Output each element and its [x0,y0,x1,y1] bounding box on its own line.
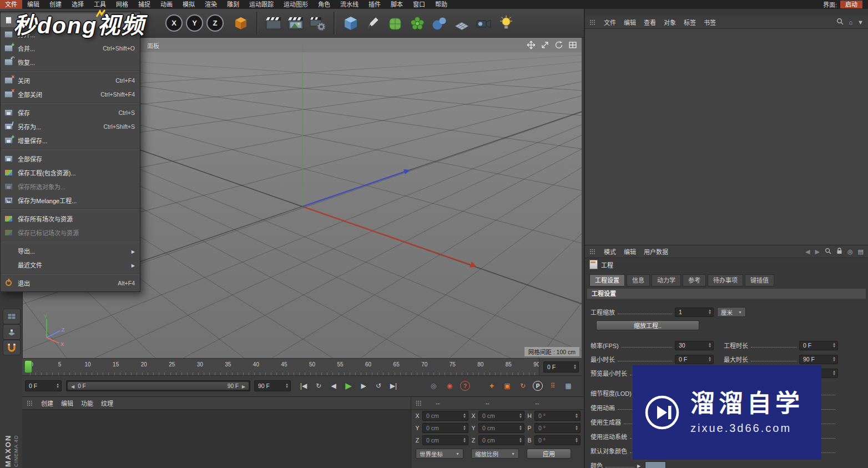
material-menu-create[interactable]: 创建 [41,399,53,407]
panel-grip-icon[interactable] [589,249,595,254]
stepper-icon[interactable] [830,356,836,362]
camera-icon[interactable] [475,13,493,34]
menubar-item-mograph[interactable]: 运动图形 [279,0,313,9]
rotate-view-icon[interactable] [554,41,563,51]
size-mode-dropdown[interactable]: 缩放比例 [471,449,519,459]
file-menu-item-save-melange[interactable]: 保存为Melange工程... [1,193,140,207]
file-menu-item-close[interactable]: 关闭Ctrl+F4 [1,73,140,87]
panel-menu-icon[interactable]: ▤ [858,248,864,255]
material-menu-edit[interactable]: 编辑 [61,399,73,407]
spline-pen-icon[interactable] [364,13,382,34]
menubar-item-character[interactable]: 角色 [313,0,335,9]
menubar-item-window[interactable]: 窗口 [408,0,430,9]
workplane-lock-icon[interactable] [3,324,21,340]
rotation-field-B[interactable]: 0 ° [534,435,581,445]
size-field-Y[interactable]: 0 cm [478,423,524,433]
menubar-item-sculpt[interactable]: 雕刻 [222,0,244,9]
menubar-item-snap[interactable]: 捕捉 [133,0,155,9]
menubar-item-pipeline[interactable]: 流水线 [335,0,364,9]
stepper-icon[interactable] [830,370,836,376]
file-menu-item-merge[interactable]: 合并...Ctrl+Shift+O [1,41,140,55]
menubar-item-help[interactable]: 帮助 [430,0,452,9]
tab-referencing[interactable]: 参考 [683,274,706,286]
file-menu-item-save-all[interactable]: 全部保存 [1,152,140,165]
edit-render-settings-icon[interactable] [309,13,327,34]
key-rotation-button[interactable]: ↻ [517,380,528,392]
tab-dynamics[interactable]: 动力学 [652,274,681,286]
file-menu-item-recent-files[interactable]: 最近文件 [1,258,140,271]
pan-icon[interactable] [527,41,536,51]
coordinate-system-icon[interactable] [231,13,250,34]
menubar-item-edit[interactable]: 编辑 [22,0,44,9]
attribute-menu-mode[interactable]: 模式 [604,247,616,256]
play-forward-button[interactable]: ▶ [343,380,354,392]
menubar-item-plugins[interactable]: 插件 [364,0,386,9]
loop-button[interactable]: ↺ [373,380,384,392]
stepper-icon[interactable] [830,343,836,348]
rotation-field-H[interactable]: 0 ° [534,411,581,421]
size-field-Z[interactable]: 0 cm [478,435,524,445]
y-axis-lock-button[interactable]: Y [186,14,203,32]
max-length-field[interactable]: 90 F [799,355,838,364]
position-field-X[interactable]: 0 cm [422,411,468,421]
panel-grip-icon[interactable] [27,400,32,406]
x-axis-lock-button[interactable]: X [165,14,183,32]
file-menu-item-save-takes-assets[interactable]: 保存所有场次与资源 [1,212,140,225]
menubar-item-animate[interactable]: 动画 [155,0,178,9]
scale-project-button[interactable]: 缩放工程.. [596,320,699,330]
min-length-field[interactable]: 0 F [675,355,714,364]
menubar-item-render[interactable]: 渲染 [200,0,222,9]
key-scale-button[interactable]: ▣ [502,380,513,392]
key-position-button[interactable]: + [486,380,497,392]
project-scale-field[interactable]: 1 [675,308,714,317]
next-frame-button[interactable]: ▶ [358,380,369,392]
menubar-item-tools[interactable]: 工具 [89,0,111,9]
lock-icon[interactable] [836,248,842,255]
material-menu-function[interactable]: 功能 [81,399,93,407]
file-menu-item-new[interactable]: 新建 [1,13,140,27]
stepper-icon[interactable] [283,383,289,389]
fps-field[interactable]: 30 [675,341,714,350]
home-icon[interactable]: ⌂ [849,19,852,26]
expand-icon[interactable] [637,462,640,468]
position-field-Z[interactable]: 0 cm [422,435,468,445]
object-manager-menu-file[interactable]: 文件 [604,18,616,27]
history-forward-icon[interactable]: ▶ [815,248,820,255]
file-menu-item-open[interactable]: 打开... [1,27,140,41]
tab-todo[interactable]: 待办事项 [708,274,743,286]
stepper-icon[interactable] [706,356,711,362]
prev-frame-button[interactable]: ◀ [328,380,339,392]
attribute-menu-user-data[interactable]: 用户数据 [644,247,668,256]
rotation-field-P[interactable]: 0 ° [534,423,581,433]
playhead[interactable] [24,360,32,373]
project-object-row[interactable]: 工程 [589,260,613,269]
stepper-icon[interactable] [461,437,466,443]
apply-button[interactable]: 应用 [527,449,571,459]
stepper-icon[interactable] [573,425,578,431]
panel-grip-icon[interactable] [416,400,421,406]
object-manager-menu-tags[interactable]: 标签 [684,18,696,27]
menubar-item-script[interactable]: 脚本 [386,0,408,9]
stepper-icon[interactable] [517,437,522,443]
object-manager-menu-bookmarks[interactable]: 书签 [704,18,716,27]
range-handle-left-icon[interactable] [71,383,78,389]
stepper-icon[interactable] [573,413,578,419]
object-manager-list[interactable] [585,29,868,245]
light-icon[interactable] [497,13,516,34]
stepper-icon[interactable] [517,425,522,431]
file-menu-item-save-incremental[interactable]: 增量保存... [1,133,140,147]
stepper-icon[interactable] [461,413,466,419]
render-picture-viewer-icon[interactable] [286,13,305,34]
range-thumb[interactable]: 0 F 90 F [68,382,249,390]
snap-icon[interactable] [3,340,21,355]
position-field-Y[interactable]: 0 cm [422,423,468,433]
tab-key-interpolation[interactable]: 键插值 [745,274,774,286]
solo-mode-icon[interactable] [3,309,21,324]
solo-monitor-button[interactable]: ▦ [563,380,574,392]
stepper-icon[interactable] [517,413,522,419]
search-icon[interactable] [836,18,844,26]
toggle-view-icon[interactable] [568,41,577,51]
history-back-icon[interactable]: ◀ [805,248,810,255]
menubar-item-file[interactable]: 文件 [0,0,22,9]
stepper-icon[interactable] [571,364,577,370]
